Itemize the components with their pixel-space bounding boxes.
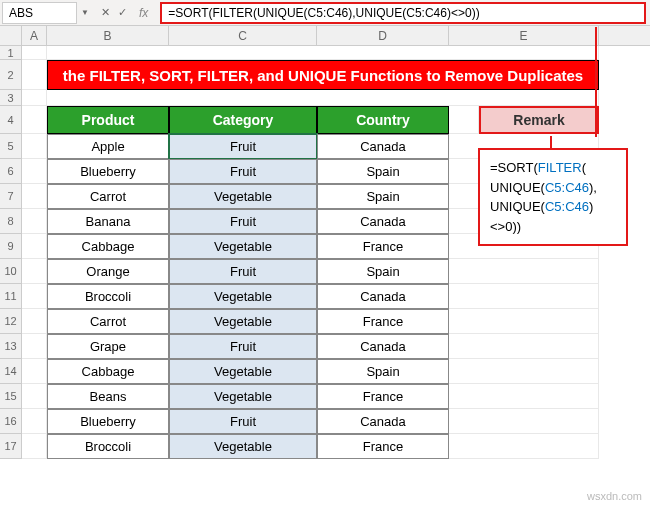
- cell-category[interactable]: Vegetable: [169, 309, 317, 334]
- row-header[interactable]: 3: [0, 90, 22, 106]
- cell-category[interactable]: Vegetable: [169, 234, 317, 259]
- cell[interactable]: [22, 434, 47, 459]
- cell-category[interactable]: Vegetable: [169, 434, 317, 459]
- name-box[interactable]: ABS: [2, 2, 77, 24]
- cell-country[interactable]: Spain: [317, 184, 449, 209]
- cell[interactable]: [449, 106, 479, 134]
- cancel-icon[interactable]: ✕: [101, 6, 110, 19]
- cell-category[interactable]: Vegetable: [169, 284, 317, 309]
- row-header[interactable]: 15: [0, 384, 22, 409]
- cell-country[interactable]: Canada: [317, 334, 449, 359]
- row-header[interactable]: 17: [0, 434, 22, 459]
- cell[interactable]: [22, 106, 47, 134]
- row-header[interactable]: 4: [0, 106, 22, 134]
- cell-product[interactable]: Grape: [47, 334, 169, 359]
- cell-category[interactable]: Vegetable: [169, 184, 317, 209]
- cell-country[interactable]: Spain: [317, 259, 449, 284]
- cell[interactable]: [22, 60, 47, 90]
- cell-country[interactable]: France: [317, 384, 449, 409]
- cell-category[interactable]: Fruit: [169, 134, 317, 159]
- row-header[interactable]: 7: [0, 184, 22, 209]
- cell[interactable]: [47, 46, 599, 60]
- row-header[interactable]: 10: [0, 259, 22, 284]
- fx-icon[interactable]: fx: [135, 6, 152, 20]
- cell-product[interactable]: Blueberry: [47, 409, 169, 434]
- row-header[interactable]: 1: [0, 46, 22, 60]
- col-header-A[interactable]: A: [22, 26, 47, 45]
- row-header[interactable]: 6: [0, 159, 22, 184]
- cell-country[interactable]: Canada: [317, 284, 449, 309]
- row-header[interactable]: 9: [0, 234, 22, 259]
- cell[interactable]: [449, 259, 599, 284]
- cell-category[interactable]: Fruit: [169, 409, 317, 434]
- cell[interactable]: [22, 284, 47, 309]
- cell-country[interactable]: France: [317, 434, 449, 459]
- cell-product[interactable]: Broccoli: [47, 434, 169, 459]
- cell[interactable]: [449, 434, 599, 459]
- cell[interactable]: [22, 309, 47, 334]
- cell-product[interactable]: Carrot: [47, 309, 169, 334]
- cell-category[interactable]: Vegetable: [169, 384, 317, 409]
- cell[interactable]: [449, 384, 599, 409]
- cell-category[interactable]: Vegetable: [169, 359, 317, 384]
- cell-category[interactable]: Fruit: [169, 159, 317, 184]
- cell-country[interactable]: Spain: [317, 159, 449, 184]
- cell[interactable]: [22, 90, 47, 106]
- cell[interactable]: [22, 184, 47, 209]
- cell[interactable]: [22, 159, 47, 184]
- cell-product[interactable]: Cabbage: [47, 359, 169, 384]
- cell[interactable]: [449, 334, 599, 359]
- row-header[interactable]: 11: [0, 284, 22, 309]
- cell-country[interactable]: France: [317, 309, 449, 334]
- cell[interactable]: [22, 334, 47, 359]
- cell[interactable]: [22, 409, 47, 434]
- cell-category[interactable]: Fruit: [169, 259, 317, 284]
- cell[interactable]: [449, 309, 599, 334]
- cell[interactable]: [22, 359, 47, 384]
- cell[interactable]: [22, 234, 47, 259]
- header-country[interactable]: Country: [317, 106, 449, 134]
- cell[interactable]: [22, 259, 47, 284]
- row-header[interactable]: 8: [0, 209, 22, 234]
- cell-country[interactable]: France: [317, 234, 449, 259]
- cell[interactable]: [449, 284, 599, 309]
- cell[interactable]: [22, 134, 47, 159]
- cell[interactable]: [22, 209, 47, 234]
- row-header[interactable]: 5: [0, 134, 22, 159]
- cell-product[interactable]: Broccoli: [47, 284, 169, 309]
- cell-product[interactable]: Orange: [47, 259, 169, 284]
- cell[interactable]: [449, 409, 599, 434]
- formula-bar[interactable]: =SORT(FILTER(UNIQUE(C5:C46),UNIQUE(C5:C4…: [160, 2, 646, 24]
- cell[interactable]: [22, 384, 47, 409]
- row-header[interactable]: 14: [0, 359, 22, 384]
- col-header-E[interactable]: E: [449, 26, 599, 45]
- cell-country[interactable]: Canada: [317, 409, 449, 434]
- select-all-triangle[interactable]: [0, 26, 22, 45]
- cell-product[interactable]: Beans: [47, 384, 169, 409]
- cell-product[interactable]: Blueberry: [47, 159, 169, 184]
- cell-product[interactable]: Apple: [47, 134, 169, 159]
- header-product[interactable]: Product: [47, 106, 169, 134]
- row-header[interactable]: 13: [0, 334, 22, 359]
- cell-country[interactable]: Canada: [317, 134, 449, 159]
- cell[interactable]: [22, 46, 47, 60]
- cell-category[interactable]: Fruit: [169, 334, 317, 359]
- row-header[interactable]: 12: [0, 309, 22, 334]
- header-category[interactable]: Category: [169, 106, 317, 134]
- cell-product[interactable]: Banana: [47, 209, 169, 234]
- cell-country[interactable]: Spain: [317, 359, 449, 384]
- confirm-icon[interactable]: ✓: [118, 6, 127, 19]
- cell-category[interactable]: Fruit: [169, 209, 317, 234]
- cell-country[interactable]: Canada: [317, 209, 449, 234]
- col-header-D[interactable]: D: [317, 26, 449, 45]
- col-header-B[interactable]: B: [47, 26, 169, 45]
- name-box-dropdown-icon[interactable]: ▼: [77, 8, 93, 17]
- cell[interactable]: [47, 90, 599, 106]
- header-remark[interactable]: Remark: [479, 106, 599, 134]
- row-header[interactable]: 2: [0, 60, 22, 90]
- col-header-C[interactable]: C: [169, 26, 317, 45]
- cell-product[interactable]: Carrot: [47, 184, 169, 209]
- cell-product[interactable]: Cabbage: [47, 234, 169, 259]
- row-header[interactable]: 16: [0, 409, 22, 434]
- cell[interactable]: [449, 359, 599, 384]
